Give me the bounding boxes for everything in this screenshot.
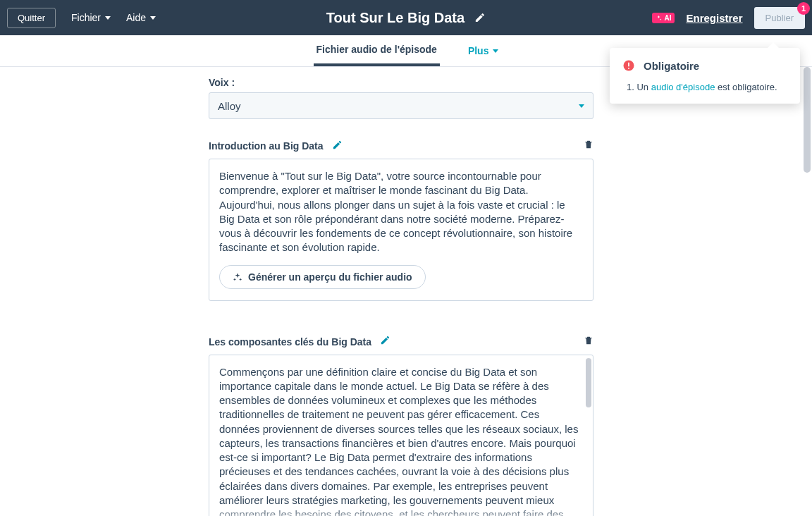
popover-text-suffix: est obligatoire. [715,82,777,92]
tab-more[interactable]: Plus [468,45,499,56]
trash-icon[interactable] [584,139,593,153]
section-title: Introduction au Big Data [209,140,324,152]
section-title: Les composantes clés du Big Data [209,336,371,348]
section-header-left: Introduction au Big Data [209,140,343,153]
help-menu[interactable]: Aide [126,12,156,23]
file-menu-label: Fichier [71,12,101,23]
tab-more-label: Plus [468,45,489,56]
content-area: Voix : Alloy Introduction au Big Data Bi… [0,67,802,516]
publish-wrap: Publier 1 [754,7,805,29]
ai-badge[interactable]: AI [652,13,675,23]
scrollbar-thumb[interactable] [586,358,591,407]
section-card: Commençons par une définition claire et … [209,355,593,517]
file-menu[interactable]: Fichier [71,12,111,23]
ai-badge-label: AI [664,14,671,22]
topbar-center: Tout Sur Le Big Data [326,10,486,26]
pencil-icon[interactable] [380,335,390,348]
generate-preview-label: Générer un aperçu du fichier audio [248,271,412,283]
chevron-down-icon [579,104,584,108]
voice-selected-value: Alloy [218,100,241,112]
help-menu-label: Aide [126,12,146,23]
quit-button[interactable]: Quitter [7,8,56,28]
section-body[interactable]: Commençons par une définition claire et … [219,365,580,517]
chevron-down-icon [493,49,498,53]
popover-body: 1. Un audio d'épisode est obligatoire. [622,82,787,92]
generate-preview-button[interactable]: Générer un aperçu du fichier audio [219,265,426,289]
page-title: Tout Sur Le Big Data [326,10,465,26]
pencil-icon[interactable] [332,140,343,153]
section-header-left: Les composantes clés du Big Data [209,335,390,348]
voice-select[interactable]: Alloy [209,92,593,119]
section-card: Bienvenue à "Tout sur le Big Data", votr… [209,159,593,301]
topbar-left: Quitter Fichier Aide [7,8,156,28]
section-body[interactable]: Bienvenue à "Tout sur le Big Data", votr… [219,169,583,255]
page-scrollbar-thumb[interactable] [804,67,811,173]
popover-header: Obligatoire [622,59,787,72]
required-popover: Obligatoire 1. Un audio d'épisode est ob… [610,48,800,104]
popover-link[interactable]: audio d'épisode [651,82,715,92]
notification-badge: 1 [797,2,810,15]
section-header: Introduction au Big Data [209,139,593,153]
warning-icon [622,59,635,72]
topbar-right: AI Enregistrer Publier 1 [652,7,805,29]
form-inner: Voix : Alloy Introduction au Big Data Bi… [209,67,593,516]
section-header: Les composantes clés du Big Data [209,335,593,349]
chevron-down-icon [150,16,156,20]
pencil-icon[interactable] [474,12,486,23]
voice-label: Voix : [209,77,593,88]
fade-overlay [209,506,593,517]
save-link[interactable]: Enregistrer [686,12,742,24]
top-bar: Quitter Fichier Aide Tout Sur Le Big Dat… [0,0,812,35]
trash-icon[interactable] [584,335,593,349]
tab-audio-file[interactable]: Fichier audio de l'épisode [314,35,440,66]
popover-title: Obligatoire [644,60,699,72]
chevron-down-icon [105,16,111,20]
popover-text-prefix: 1. Un [627,82,651,92]
